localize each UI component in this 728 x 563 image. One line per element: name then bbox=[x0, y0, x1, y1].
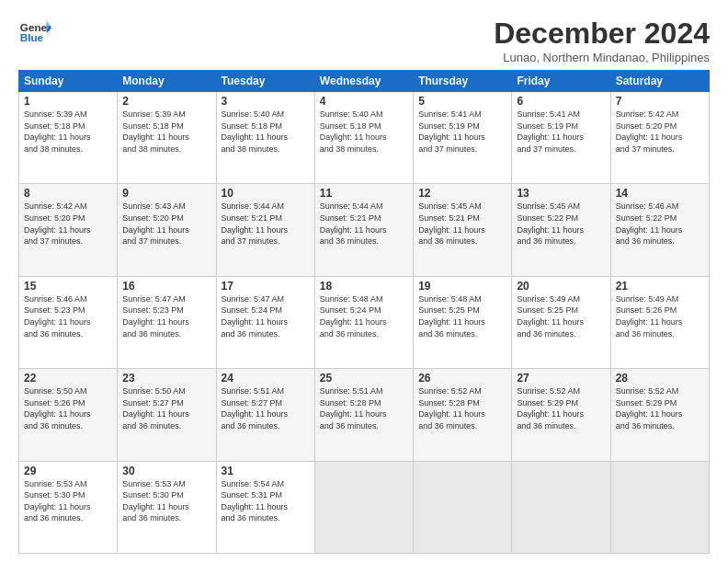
col-friday: Friday bbox=[512, 71, 610, 92]
day-26: 26 Sunrise: 5:52 AMSunset: 5:28 PMDaylig… bbox=[414, 369, 512, 461]
day-18: 18 Sunrise: 5:48 AMSunset: 5:24 PMDaylig… bbox=[314, 276, 413, 368]
col-monday: Monday bbox=[118, 71, 216, 92]
page: General Blue December 2024 Lunao, Northe… bbox=[0, 0, 728, 563]
table-row: 22 Sunrise: 5:50 AMSunset: 5:26 PMDaylig… bbox=[19, 369, 710, 461]
table-row: 29 Sunrise: 5:53 AMSunset: 5:30 PMDaylig… bbox=[19, 461, 710, 553]
day-6: 6 Sunrise: 5:41 AMSunset: 5:19 PMDayligh… bbox=[512, 92, 610, 184]
day-17: 17 Sunrise: 5:47 AMSunset: 5:24 PMDaylig… bbox=[216, 276, 314, 368]
day-15: 15 Sunrise: 5:46 AMSunset: 5:23 PMDaylig… bbox=[19, 276, 118, 368]
logo: General Blue bbox=[18, 17, 55, 50]
logo-icon: General Blue bbox=[18, 17, 51, 50]
col-sunday: Sunday bbox=[19, 71, 118, 92]
empty-cell bbox=[314, 461, 413, 553]
day-7: 7 Sunrise: 5:42 AMSunset: 5:20 PMDayligh… bbox=[610, 92, 709, 184]
day-30: 30 Sunrise: 5:53 AMSunset: 5:30 PMDaylig… bbox=[118, 461, 216, 553]
month-title: December 2024 bbox=[494, 17, 710, 51]
day-11: 11 Sunrise: 5:44 AMSunset: 5:21 PMDaylig… bbox=[314, 184, 413, 276]
calendar-header-row: Sunday Monday Tuesday Wednesday Thursday… bbox=[19, 71, 710, 92]
col-tuesday: Tuesday bbox=[216, 71, 314, 92]
day-5: 5 Sunrise: 5:41 AMSunset: 5:19 PMDayligh… bbox=[414, 92, 512, 184]
col-wednesday: Wednesday bbox=[314, 71, 413, 92]
day-3: 3 Sunrise: 5:40 AMSunset: 5:18 PMDayligh… bbox=[216, 92, 314, 184]
day-19: 19 Sunrise: 5:48 AMSunset: 5:25 PMDaylig… bbox=[414, 276, 512, 368]
day-12: 12 Sunrise: 5:45 AMSunset: 5:21 PMDaylig… bbox=[414, 184, 512, 276]
empty-cell bbox=[512, 461, 610, 553]
day-10: 10 Sunrise: 5:44 AMSunset: 5:21 PMDaylig… bbox=[216, 184, 314, 276]
header: General Blue December 2024 Lunao, Northe… bbox=[18, 17, 710, 64]
day-24: 24 Sunrise: 5:51 AMSunset: 5:27 PMDaylig… bbox=[216, 369, 314, 461]
col-saturday: Saturday bbox=[610, 71, 709, 92]
table-row: 1 Sunrise: 5:39 AMSunset: 5:18 PMDayligh… bbox=[19, 92, 710, 184]
day-4: 4 Sunrise: 5:40 AMSunset: 5:18 PMDayligh… bbox=[314, 92, 413, 184]
day-28: 28 Sunrise: 5:52 AMSunset: 5:29 PMDaylig… bbox=[610, 369, 709, 461]
day-8: 8 Sunrise: 5:42 AMSunset: 5:20 PMDayligh… bbox=[19, 184, 118, 276]
empty-cell bbox=[414, 461, 512, 553]
day-22: 22 Sunrise: 5:50 AMSunset: 5:26 PMDaylig… bbox=[19, 369, 118, 461]
day-21: 21 Sunrise: 5:49 AMSunset: 5:26 PMDaylig… bbox=[610, 276, 709, 368]
day-25: 25 Sunrise: 5:51 AMSunset: 5:28 PMDaylig… bbox=[314, 369, 413, 461]
day-27: 27 Sunrise: 5:52 AMSunset: 5:29 PMDaylig… bbox=[512, 369, 610, 461]
day-13: 13 Sunrise: 5:45 AMSunset: 5:22 PMDaylig… bbox=[512, 184, 610, 276]
location-subtitle: Lunao, Northern Mindanao, Philippines bbox=[494, 51, 710, 64]
title-block: December 2024 Lunao, Northern Mindanao, … bbox=[494, 17, 710, 64]
day-31: 31 Sunrise: 5:54 AMSunset: 5:31 PMDaylig… bbox=[216, 461, 314, 553]
day-9: 9 Sunrise: 5:43 AMSunset: 5:20 PMDayligh… bbox=[118, 184, 216, 276]
day-23: 23 Sunrise: 5:50 AMSunset: 5:27 PMDaylig… bbox=[118, 369, 216, 461]
day-14: 14 Sunrise: 5:46 AMSunset: 5:22 PMDaylig… bbox=[610, 184, 709, 276]
day-1: 1 Sunrise: 5:39 AMSunset: 5:18 PMDayligh… bbox=[19, 92, 118, 184]
table-row: 15 Sunrise: 5:46 AMSunset: 5:23 PMDaylig… bbox=[19, 276, 710, 368]
day-16: 16 Sunrise: 5:47 AMSunset: 5:23 PMDaylig… bbox=[118, 276, 216, 368]
calendar-table: Sunday Monday Tuesday Wednesday Thursday… bbox=[18, 70, 710, 554]
day-29: 29 Sunrise: 5:53 AMSunset: 5:30 PMDaylig… bbox=[19, 461, 118, 553]
empty-cell bbox=[610, 461, 709, 553]
day-2: 2 Sunrise: 5:39 AMSunset: 5:18 PMDayligh… bbox=[118, 92, 216, 184]
col-thursday: Thursday bbox=[414, 71, 512, 92]
day-20: 20 Sunrise: 5:49 AMSunset: 5:25 PMDaylig… bbox=[512, 276, 610, 368]
svg-text:Blue: Blue bbox=[20, 31, 44, 43]
table-row: 8 Sunrise: 5:42 AMSunset: 5:20 PMDayligh… bbox=[19, 184, 710, 276]
